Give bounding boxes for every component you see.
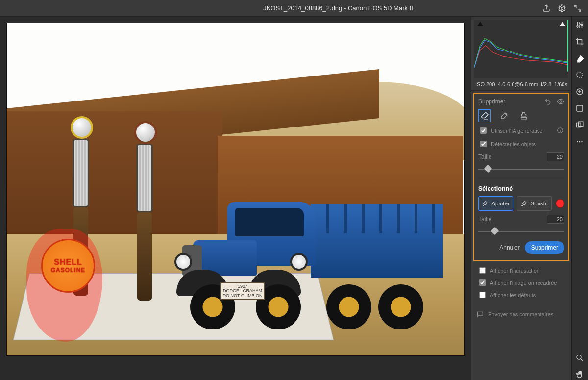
undo-icon[interactable] [544, 98, 552, 105]
gas-pump-right [134, 121, 155, 301]
add-brush-button[interactable]: Ajouter [478, 196, 513, 211]
exif-iso: ISO 200 [475, 81, 495, 87]
clone-stamp-tool[interactable] [517, 109, 530, 122]
license-plate: 1927 DODGE · GRAHAM DO NOT CLIMB ON [220, 282, 265, 300]
mask-icon[interactable] [575, 71, 585, 80]
svg-point-14 [579, 141, 580, 142]
svg-point-16 [577, 355, 581, 359]
hand-icon[interactable] [575, 370, 585, 380]
svg-point-2 [560, 101, 562, 102]
export-icon[interactable] [542, 4, 551, 13]
zoom-icon[interactable] [575, 354, 585, 363]
size-input-top[interactable] [547, 152, 564, 161]
show-overlay-checkbox[interactable]: Afficher l'incrustation [477, 266, 565, 275]
histogram[interactable] [474, 20, 568, 78]
edit-sliders-icon[interactable] [575, 21, 585, 30]
versions-icon[interactable] [575, 121, 585, 130]
redeye-icon[interactable] [575, 87, 585, 97]
overlay-color-swatch[interactable] [556, 199, 564, 208]
healing-icon[interactable] [575, 54, 585, 64]
size-input-bottom[interactable] [547, 215, 564, 224]
size-slider-bottom[interactable] [478, 228, 564, 235]
show-defaults-checkbox[interactable]: Afficher les défauts [477, 290, 565, 300]
remove-panel-title: Supprimer [478, 98, 505, 105]
exif-shutter: 1/60s [554, 81, 567, 87]
send-feedback-link[interactable]: Envoyer des commentaires [476, 310, 566, 318]
size-slider-top[interactable] [478, 165, 564, 173]
show-uncropped-checkbox[interactable]: Afficher l'image on recadrée [477, 278, 565, 287]
svg-point-5 [577, 26, 578, 27]
right-panel: ISO 200 4.0-6.6@6.6 mm f/2.8 1/60s Suppr… [471, 17, 571, 380]
size-label-2: Taille [478, 216, 491, 223]
svg-point-7 [581, 25, 583, 26]
tool-strip [571, 17, 588, 380]
exif-focal: 4.0-6.6@6.6 mm [498, 81, 538, 87]
cancel-button[interactable]: Annuler [499, 244, 519, 251]
more-icon[interactable] [575, 137, 585, 147]
remove-panel: Supprimer Utiliser l'IA générative [473, 93, 569, 261]
svg-point-15 [581, 141, 582, 142]
document-title: JKOST_2014_08886_2.dng - Canon EOS 5D Ma… [133, 4, 543, 12]
svg-point-8 [577, 72, 583, 78]
exif-aperture: f/2.8 [541, 81, 551, 87]
svg-point-0 [561, 7, 564, 9]
remove-tool-row [478, 109, 564, 122]
photo-canvas[interactable]: SHELL GASOLINE 1927 DODGE · GRAHAM DO NO… [6, 23, 465, 356]
svg-point-13 [577, 141, 578, 142]
info-icon[interactable] [557, 127, 564, 135]
subtract-brush-button[interactable]: Soustr. [517, 196, 552, 211]
vintage-truck: 1927 DODGE · GRAHAM DO NOT CLIMB ON [173, 192, 448, 339]
remove-apply-button[interactable]: Supprimer [525, 241, 564, 254]
crop-icon[interactable] [575, 37, 585, 47]
eye-icon[interactable] [557, 98, 564, 105]
svg-rect-10 [577, 105, 583, 111]
detect-objects-checkbox[interactable]: Détecter les objets [478, 139, 564, 149]
top-bar: JKOST_2014_08886_2.dng - Canon EOS 5D Ma… [0, 0, 588, 17]
selected-heading: Sélectionné [478, 185, 564, 192]
filename: JKOST_2014_08886_2.dng [263, 4, 342, 12]
canvas-area[interactable]: SHELL GASOLINE 1927 DODGE · GRAHAM DO NO… [0, 17, 471, 380]
heal-brush-tool[interactable] [498, 109, 511, 122]
size-label: Taille [478, 153, 491, 160]
exif-bar: ISO 200 4.0-6.6@6.6 mm f/2.8 1/60s [471, 79, 571, 91]
svg-point-6 [579, 24, 580, 25]
fullscreen-icon[interactable] [573, 4, 582, 13]
presets-icon[interactable] [575, 104, 585, 114]
gear-icon[interactable] [558, 4, 566, 13]
use-generative-ai-checkbox[interactable]: Utiliser l'IA générative [478, 126, 564, 135]
eraser-tool[interactable] [478, 109, 491, 122]
camera-model: Canon EOS 5D Mark II [348, 4, 413, 12]
